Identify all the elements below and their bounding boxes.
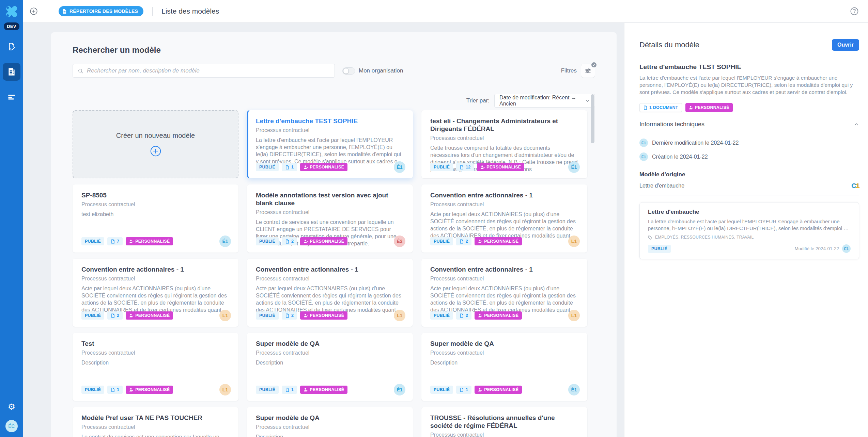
custom-badge: PERSONNALISÉ: [475, 386, 522, 394]
model-card-description: Le contrat de services est une conventio…: [81, 433, 230, 437]
document-icon: [460, 388, 464, 392]
model-card[interactable]: Super modèle de QA Processus contractuel…: [247, 407, 413, 437]
filters-button[interactable]: [581, 64, 595, 78]
sort-label: Trier par:: [466, 97, 490, 104]
document-icon: [285, 388, 290, 392]
status-badge: PUBLIÉ: [81, 311, 104, 320]
status-badge: PUBLIÉ: [81, 386, 104, 394]
gear-icon[interactable]: ⚙: [8, 403, 15, 411]
status-badge: PUBLIÉ: [430, 311, 453, 320]
app-section-badge[interactable]: RÉPERTOIRE DES MODÈLES: [59, 6, 143, 16]
plus-circle-icon: [150, 145, 162, 157]
model-card[interactable]: Test Processus contractuel Description P…: [73, 333, 238, 401]
person-edit-icon: [478, 313, 482, 318]
sidebar-item-templates[interactable]: [3, 63, 20, 81]
model-card[interactable]: SP-8505 Processus contractuel test eliza…: [73, 184, 238, 253]
user-avatar[interactable]: ÉC: [5, 420, 18, 432]
expand-plus-icon[interactable]: [29, 7, 38, 16]
person-edit-icon: [129, 388, 134, 392]
model-card-title: Convention entre actionnaires - 1: [256, 265, 404, 273]
header: RÉPERTOIRE DES MODÈLES Liste des modèles: [23, 0, 868, 23]
model-card-footer: PUBLIÉ 12 PERSONNALISÉ É1: [430, 161, 580, 173]
page-title: Liste des modèles: [161, 7, 219, 15]
model-card-title: Convention entre actionnaires - 1: [430, 191, 578, 199]
created-info-row: É1 Création le 2024-01-22: [639, 152, 859, 161]
model-card-description: Acte par lequel deux ACTIONNAIRES (ou pl…: [256, 285, 404, 313]
person-edit-icon: [304, 165, 308, 169]
status-badge: PUBLIÉ: [430, 386, 453, 394]
model-card[interactable]: Convention entre actionnaires - 1 Proces…: [73, 259, 238, 327]
person-edit-icon: [480, 165, 485, 169]
model-card-category: Processus contractuel: [430, 350, 578, 356]
model-card[interactable]: Convention entre actionnaires - 1 Proces…: [421, 259, 587, 327]
model-card-description: La lettre d'embauche est l'acte par lequ…: [256, 136, 404, 165]
list-icon: [7, 93, 16, 101]
model-card[interactable]: test eli - Changements Administrateurs e…: [421, 110, 587, 178]
custom-badge: PERSONNALISÉ: [126, 386, 173, 394]
avatar: L1: [568, 310, 580, 321]
status-badge: PUBLIÉ: [648, 245, 671, 253]
model-card-footer: PUBLIÉ 7 PERSONNALISÉ É1: [81, 236, 231, 247]
model-card-description: test elizabeth: [81, 211, 230, 218]
model-card-category: Processus contractuel: [430, 432, 578, 437]
filters-label: Filtres: [561, 67, 577, 74]
sidebar-item-list[interactable]: [3, 88, 20, 106]
person-edit-icon: [304, 388, 308, 392]
document-icon: [460, 313, 464, 318]
model-card[interactable]: Modèle Pref user TA NE PAS TOUCHER Proce…: [73, 407, 238, 437]
origin-modified-date: Modifié le 2024-01-22: [794, 246, 839, 251]
model-card-title: Modèle annotations test version avec ajo…: [256, 191, 404, 207]
search-icon: [78, 68, 83, 74]
custom-badge: PERSONNALISÉ: [126, 237, 173, 245]
model-card[interactable]: Super modèle de QA Processus contractuel…: [247, 333, 413, 401]
model-card[interactable]: Convention entre actionnaires - 1 Proces…: [247, 259, 413, 327]
my-organisation-toggle[interactable]: [342, 67, 355, 75]
avatar: É1: [842, 244, 851, 253]
help-icon[interactable]: [850, 6, 859, 16]
custom-badge: PERSONNALISÉ: [300, 237, 347, 245]
chevron-up-icon[interactable]: [854, 122, 859, 127]
create-model-card[interactable]: Créer un nouveau modèle: [73, 110, 238, 178]
scrollbar-thumb[interactable]: [591, 94, 594, 143]
sort-dropdown[interactable]: Date de modification: Récent → Ancien: [494, 94, 595, 108]
model-card[interactable]: Super modèle de QA Processus contractuel…: [421, 333, 587, 401]
avatar: É2: [394, 236, 405, 247]
avatar: É1: [394, 161, 405, 173]
document-count-badge: 1: [107, 386, 123, 394]
document-count-badge: 1 DOCUMENT: [639, 103, 682, 112]
model-card-category: Processus contractuel: [256, 209, 404, 215]
search-input[interactable]: [87, 67, 330, 74]
document-icon: [285, 239, 290, 244]
sidebar-item-contracts[interactable]: [3, 38, 20, 55]
origin-card-tags: EMPLOYÉS, RESSOURCES HUMAINES, TRAVAIL: [655, 235, 754, 240]
model-card-category: Processus contractuel: [430, 201, 578, 208]
search-row: Mon organisation Filtres: [73, 64, 595, 78]
model-list-panel: Rechercher un modèle Mon organisation Fi…: [51, 32, 617, 437]
person-edit-icon: [304, 313, 308, 318]
model-card-category: Processus contractuel: [256, 424, 404, 430]
contract-sign-icon: [7, 42, 16, 51]
document-icon: [460, 165, 464, 169]
custom-badge: PERSONNALISÉ: [300, 386, 347, 394]
model-card-title: Lettre d'embauche TEST SOPHIE: [256, 117, 404, 125]
model-card-category: Processus contractuel: [430, 276, 578, 282]
sidebar: DEV ⚙ ÉC: [0, 0, 23, 437]
model-card-description: Acte par lequel deux ACTIONNAIRES (ou pl…: [81, 285, 230, 313]
model-card[interactable]: Modèle annotations test version avec ajo…: [247, 184, 413, 253]
avatar: L1: [568, 236, 580, 247]
model-card[interactable]: Lettre d'embauche TEST SOPHIE Processus …: [247, 110, 413, 178]
model-card-category: Processus contractuel: [81, 276, 230, 282]
model-card[interactable]: TROUSSE - Résolutions annuelles d'une so…: [421, 407, 587, 437]
custom-badge: PERSONNALISÉ: [477, 163, 524, 171]
templates-icon: [7, 67, 16, 76]
search-box: [73, 64, 335, 78]
model-card-footer: PUBLIÉ 1 PERSONNALISÉ É1: [256, 384, 405, 395]
search-section-title: Rechercher un modèle: [73, 45, 595, 55]
status-badge: PUBLIÉ: [256, 163, 279, 171]
open-button[interactable]: Ouvrir: [832, 39, 859, 51]
app-logo-icon[interactable]: [4, 4, 19, 19]
person-edit-icon: [478, 388, 482, 392]
document-count-badge: 2: [107, 311, 123, 320]
model-card[interactable]: Convention entre actionnaires - 1 Proces…: [421, 184, 587, 253]
origin-model-card[interactable]: Lettre d'embauche La lettre d'embauche e…: [639, 202, 859, 259]
